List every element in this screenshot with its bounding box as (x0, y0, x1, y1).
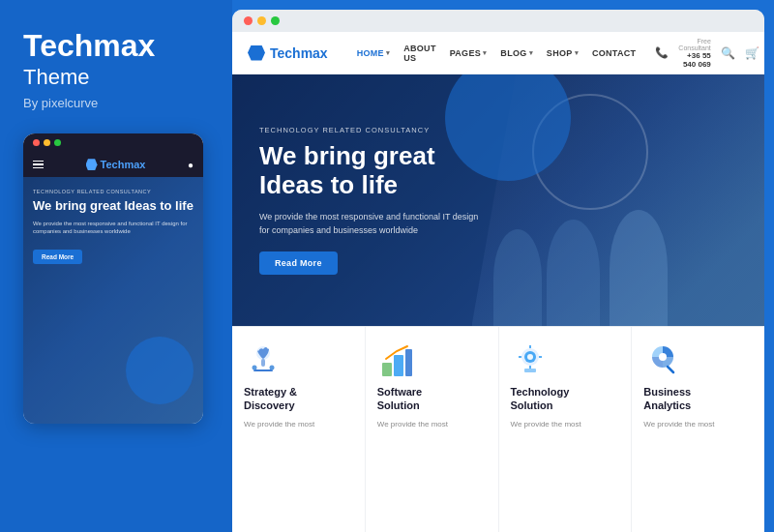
hero-title: We bring greatIdeas to life (259, 142, 478, 200)
nav-link-contact[interactable]: CONTACT (592, 48, 636, 58)
service-card-analytics: BusinessAnalytics We provide the most (632, 327, 764, 532)
desktop-logo: Techmax (248, 45, 328, 61)
right-panel: Techmax HOME ▾ ABOUT US PAGES ▾ BLOG ▾ S… (232, 10, 764, 532)
service-card-software: SoftwareSolution We provide the most (366, 327, 499, 532)
phone-icon: 📞 (655, 46, 669, 59)
desktop-title-bar (232, 10, 764, 32)
mobile-hero-content: TECHNOLOGY RELATED CONSULTANCY We bring … (23, 177, 203, 275)
mobile-navbar: Techmax ● (23, 152, 203, 177)
strategy-title: Strategy &Discovery (244, 385, 353, 413)
svg-rect-6 (394, 355, 403, 376)
brand-subtitle: Theme (23, 65, 209, 90)
desktop-nav-links: HOME ▾ ABOUT US PAGES ▾ BLOG ▾ SHOP ▾ CO… (357, 44, 637, 63)
analytics-icon (644, 341, 681, 378)
svg-point-17 (659, 353, 667, 361)
mobile-logo-icon (86, 159, 98, 170)
svg-rect-1 (261, 359, 265, 367)
desktop-dot-green (271, 16, 280, 25)
desktop-logo-icon (248, 45, 265, 61)
mobile-hero-desc: We provide the most responsive and funct… (33, 220, 194, 236)
analytics-title: BusinessAnalytics (643, 385, 753, 413)
technology-title: TechnologySolution (511, 385, 620, 413)
svg-line-18 (668, 367, 673, 372)
technology-icon (512, 341, 549, 378)
software-title: SoftwareSolution (377, 385, 487, 413)
software-desc: We provide the most (377, 419, 487, 430)
person-shape-1 (610, 210, 668, 326)
service-card-strategy: Strategy &Discovery We provide the most (232, 327, 366, 532)
shop-arrow: ▾ (575, 49, 579, 57)
mobile-mockup: Techmax ● TECHNOLOGY RELATED CONSULTANCY… (23, 133, 203, 424)
brand-name: Techmax (23, 29, 209, 63)
person-shape-2 (547, 220, 600, 326)
nav-link-pages[interactable]: PAGES ▾ (450, 48, 488, 58)
home-arrow: ▾ (386, 49, 390, 57)
brand-by: By pixelcurve (23, 96, 209, 110)
analytics-icon-wrap (643, 340, 682, 379)
service-card-technology: TechnologySolution We provide the most (499, 327, 633, 532)
desktop-nav-right: 📞 Free Consultant +36 55 540 069 🔍 🛒 (655, 38, 759, 69)
strategy-icon (245, 341, 282, 378)
search-icon[interactable]: 🔍 (721, 46, 735, 60)
nav-link-home[interactable]: HOME ▾ (357, 48, 391, 58)
nav-link-shop[interactable]: SHOP ▾ (547, 48, 579, 58)
brand-section: Techmax Theme By pixelcurve (23, 29, 209, 110)
hero-desc: We provide the most responsive and funct… (259, 210, 478, 238)
hamburger-icon[interactable] (33, 161, 44, 169)
desktop-navbar: Techmax HOME ▾ ABOUT US PAGES ▾ BLOG ▾ S… (232, 32, 764, 74)
svg-point-4 (270, 366, 275, 370)
hero-content: TECHNOLOGY RELATED CONSULTANCY We bring … (232, 126, 505, 275)
desktop-browser: Techmax HOME ▾ ABOUT US PAGES ▾ BLOG ▾ S… (232, 32, 764, 532)
software-icon (378, 341, 415, 378)
pages-arrow: ▾ (483, 49, 487, 57)
cart-icon[interactable]: 🛒 (745, 46, 759, 60)
mobile-hero-title: We bring great Ideas to life (33, 198, 194, 214)
technology-desc: We provide the most (511, 419, 620, 430)
mobile-logo: Techmax (86, 159, 146, 170)
desktop-hero: TECHNOLOGY RELATED CONSULTANCY We bring … (232, 74, 764, 326)
desktop-logo-text: Techmax (270, 45, 328, 61)
desktop-dot-yellow (257, 16, 266, 25)
svg-rect-7 (405, 349, 412, 376)
mobile-dot-red (33, 139, 40, 146)
hero-read-more-btn[interactable]: Read More (259, 251, 338, 275)
software-icon-wrap (377, 340, 416, 379)
nav-link-about[interactable]: ABOUT US (403, 44, 436, 63)
nav-link-blog[interactable]: BLOG ▾ (500, 48, 533, 58)
mobile-hero: TECHNOLOGY RELATED CONSULTANCY We bring … (23, 177, 203, 424)
hero-tag: TECHNOLOGY RELATED CONSULTANCY (259, 126, 478, 134)
analytics-desc: We provide the most (643, 419, 753, 430)
mobile-search-icon[interactable]: ● (188, 160, 194, 170)
consultant-label: Free Consultant (678, 38, 710, 51)
desktop-dot-red (244, 16, 253, 25)
mobile-title-bar (23, 133, 203, 152)
svg-point-3 (253, 366, 257, 370)
strategy-desc: We provide the most (244, 419, 353, 430)
mobile-dot-yellow (44, 139, 50, 146)
svg-rect-15 (524, 369, 536, 372)
consultant-phone: +36 55 540 069 (678, 51, 710, 69)
strategy-icon-wrap (244, 340, 283, 379)
mobile-read-more-btn[interactable]: Read More (33, 250, 82, 264)
mobile-blue-circle (126, 337, 194, 404)
hero-people (493, 133, 726, 326)
mobile-dots (33, 139, 61, 146)
mobile-hero-tag: TECHNOLOGY RELATED CONSULTANCY (33, 189, 194, 194)
blog-arrow: ▾ (529, 49, 533, 57)
service-cards: Strategy &Discovery We provide the most … (232, 326, 764, 532)
left-panel: Techmax Theme By pixelcurve Techmax ● (0, 0, 232, 532)
consultant-info: Free Consultant +36 55 540 069 (678, 38, 710, 69)
svg-rect-5 (382, 363, 392, 376)
svg-point-10 (527, 354, 533, 360)
mobile-dot-green (54, 139, 61, 146)
technology-icon-wrap (511, 340, 550, 379)
